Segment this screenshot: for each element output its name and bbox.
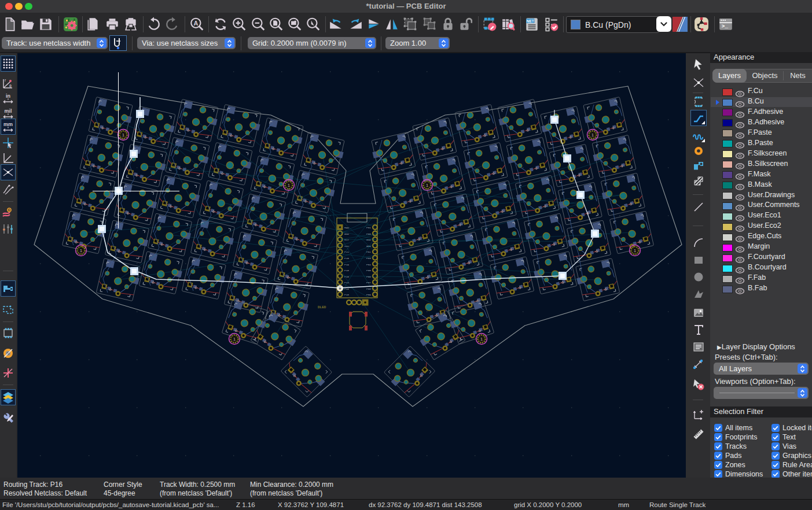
svg-text:P04: P04: [366, 263, 371, 266]
svg-text:NET: NET: [527, 19, 534, 23]
svg-text:mm: mm: [3, 121, 13, 127]
svg-text:P02: P02: [366, 250, 371, 253]
svg-text:1: 1: [426, 183, 429, 188]
svg-text:A: A: [193, 20, 198, 27]
svg-text:P15: P15: [344, 275, 349, 278]
svg-text:1: 1: [122, 132, 125, 138]
svg-text:P18: P18: [344, 269, 349, 272]
svg-text:1: 1: [591, 132, 594, 138]
svg-text:P08: P08: [366, 287, 371, 290]
svg-text:1: 1: [233, 337, 236, 342]
svg-text:P10: P10: [344, 293, 349, 296]
svg-text:in: in: [6, 93, 10, 99]
svg-text:P20: P20: [344, 257, 349, 260]
svg-text:DLED: DLED: [318, 305, 326, 309]
svg-text:r: r: [5, 78, 6, 82]
svg-text:1: 1: [288, 183, 291, 188]
svg-text:1: 1: [634, 248, 637, 253]
svg-text:1: 1: [480, 337, 483, 342]
svg-text:P19: P19: [344, 263, 349, 266]
svg-text:1: 1: [80, 248, 83, 253]
svg-text:RAW: RAW: [344, 226, 349, 229]
svg-text:P09: P09: [366, 293, 371, 296]
svg-text:P01: P01: [366, 226, 371, 229]
svg-text:θ: θ: [9, 84, 12, 88]
svg-text:P05: P05: [366, 269, 371, 272]
svg-text:>_: >_: [721, 23, 728, 29]
svg-text:mil: mil: [4, 108, 12, 114]
